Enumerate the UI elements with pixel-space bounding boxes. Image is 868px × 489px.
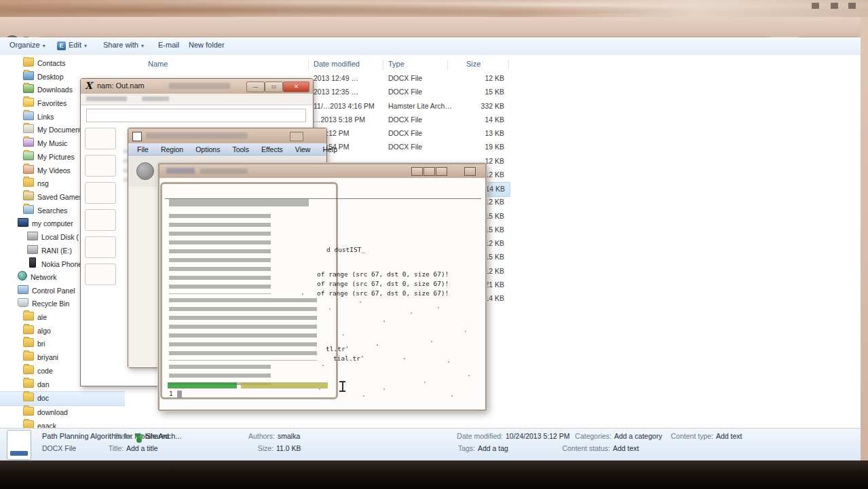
shared-icon [136, 433, 140, 437]
nam-tool-button[interactable] [85, 209, 116, 231]
terminal-prompt-path [241, 382, 328, 388]
nam-menubar[interactable] [81, 94, 313, 105]
recorder-titlebar[interactable] [128, 128, 326, 143]
recorder-menu-file[interactable]: File [131, 145, 155, 153]
content-status-value[interactable]: Add text [613, 444, 639, 452]
sidebar-item-label: RANI (E:) [41, 247, 72, 255]
column-header-name[interactable]: Name [148, 60, 168, 68]
terminal-line: tl.tr' [326, 345, 349, 352]
sidebar-item-label: My Documents [37, 126, 85, 134]
minimize-icon[interactable] [812, 3, 819, 9]
file-date: 2013 12:35 … [314, 88, 358, 96]
column-header-size[interactable]: Size [466, 60, 480, 68]
sidebar-item-download[interactable]: download [0, 406, 125, 420]
folder-icon [23, 178, 34, 187]
recorder-menu-tools[interactable]: Tools [226, 145, 255, 153]
nam-tool-button[interactable] [85, 128, 116, 149]
recorder-menu-region[interactable]: Region [155, 145, 189, 153]
terminal-line: d dustIST_ [326, 246, 365, 253]
file-date: …2013 5:18 PM [314, 115, 365, 124]
title-value[interactable]: Add a title [126, 444, 158, 452]
folder-icon [23, 393, 34, 401]
new-folder-button[interactable]: New folder [189, 41, 225, 49]
nam-file-field[interactable] [86, 109, 306, 122]
folder-icon [23, 312, 34, 321]
recorder-menu-help[interactable]: Help [316, 145, 343, 153]
sidebar-item-label: my computer [32, 219, 73, 228]
date-modified-value: 10/24/2013 5:12 PM [506, 432, 570, 440]
sidebar-item-doc[interactable]: doc [0, 391, 125, 406]
taskbar: 2:24 AM 12/25/2013 [0, 460, 868, 489]
terminal-titlebar[interactable] [159, 164, 485, 178]
explorer-toolbar: Organize Edit Share with E-mail New fold… [0, 37, 861, 56]
edit-button[interactable]: Edit [69, 41, 87, 49]
sidebar-item-contacts[interactable]: Contacts [0, 57, 125, 71]
organize-button[interactable]: Organize [10, 41, 45, 49]
folder-icon [23, 325, 34, 334]
terminal-window: d dustIST_ of range (src 67, dst 0, size… [158, 163, 487, 411]
title-label: Title: [109, 444, 124, 452]
sidebar-item-label: bri [37, 340, 45, 348]
recorder-menu-view[interactable]: View [289, 145, 317, 153]
sidebar-item-eaack[interactable]: eaack [0, 420, 125, 428]
close-icon[interactable] [464, 167, 476, 176]
sidebar-item-label: Local Disk ( [41, 233, 79, 241]
terminal-body[interactable]: d dustIST_ of range (src 67, dst 0, size… [159, 178, 485, 410]
nam-tool-button[interactable] [85, 264, 116, 285]
close-icon[interactable] [283, 82, 309, 92]
computer-icon [18, 218, 29, 227]
maximize-icon[interactable] [265, 82, 283, 92]
file-date: 2013 12:49 … [314, 74, 358, 82]
ghost-text-block [169, 214, 271, 294]
ghost-title-text [200, 168, 248, 174]
divider [165, 198, 481, 199]
recorder-menu-effects[interactable]: Effects [255, 145, 289, 153]
categories-value[interactable]: Add a category [614, 432, 662, 440]
close-icon[interactable] [848, 3, 856, 9]
nam-tool-button[interactable] [85, 155, 116, 177]
disk-icon [27, 245, 38, 254]
nam-window-title: nam: Out.nam [97, 82, 145, 90]
minimize-icon[interactable] [290, 132, 303, 141]
terminal-line: of range (src 67, dst 0, size 67)! [317, 280, 449, 287]
share-with-button[interactable]: Share with [103, 41, 144, 49]
sidebar-item-label: My Pictures [37, 153, 75, 161]
sidebar-item-label: eaack [37, 422, 56, 428]
minimize-icon[interactable] [246, 82, 265, 92]
folder-icon [23, 420, 34, 428]
record-button[interactable] [136, 162, 154, 180]
sidebar-item-label: Nokia Phone [41, 260, 82, 268]
screen: doc Organize Edit Share with E-mail New … [0, 0, 868, 489]
folder-icon [23, 407, 34, 416]
recorder-menu-options[interactable]: Options [189, 145, 226, 153]
maximize-icon[interactable] [423, 167, 435, 176]
file-date: 11/…2013 4:16 PM [314, 102, 375, 110]
restore-icon[interactable] [436, 167, 447, 176]
date-modified-label: Date modified: [457, 432, 503, 440]
column-header-date[interactable]: Date modified [314, 60, 360, 68]
minimize-icon[interactable] [411, 167, 423, 176]
maximize-icon[interactable] [831, 3, 838, 9]
column-header-type[interactable]: Type [388, 60, 404, 68]
folder-icon [23, 338, 34, 347]
content-status-label: Content status: [562, 444, 610, 452]
file-size: 19 KB [436, 143, 504, 151]
content-type-label: Content type: [671, 432, 713, 440]
phone-icon [29, 257, 36, 268]
nam-tool-button[interactable] [85, 236, 116, 258]
authors-value[interactable]: smalka [278, 432, 300, 440]
pictures-icon [23, 151, 34, 160]
content-type-value[interactable]: Add text [716, 432, 742, 440]
authors-label: Authors: [248, 432, 275, 440]
sidebar-item-label: My Music [37, 139, 67, 147]
terminal-prompt-user [168, 382, 237, 388]
ghost-header-text [169, 199, 309, 206]
nam-titlebar[interactable]: nam: Out.nam [81, 79, 313, 94]
sidebar-item-label: code [37, 367, 53, 375]
folder-icon [23, 352, 34, 361]
nam-tool-button[interactable] [85, 182, 116, 204]
tags-value[interactable]: Add a tag [478, 444, 508, 452]
email-button[interactable]: E-mail [158, 41, 179, 49]
edit-icon [57, 41, 66, 50]
terminal-line: tial.tr' [333, 355, 364, 362]
